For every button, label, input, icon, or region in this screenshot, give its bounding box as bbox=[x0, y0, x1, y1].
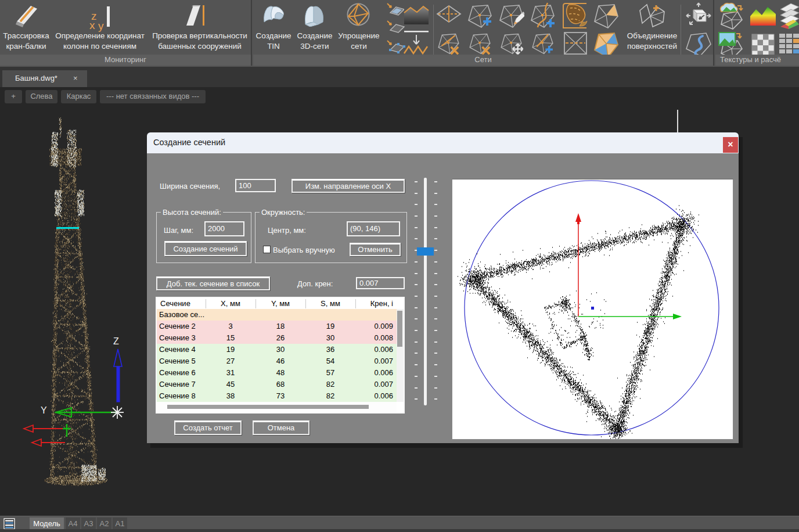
svg-text:Z: Z bbox=[113, 336, 119, 346]
svg-text:x: x bbox=[89, 19, 95, 31]
svg-text:y: y bbox=[98, 20, 104, 32]
svg-text:Y: Y bbox=[41, 405, 47, 415]
